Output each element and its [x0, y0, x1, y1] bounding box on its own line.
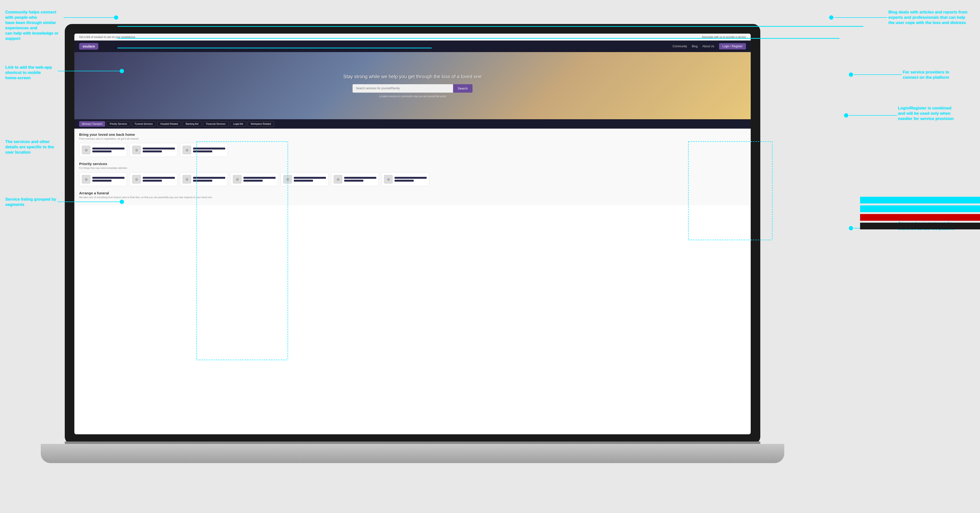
site-topbar: Get a link of soulace to use on your sma…: [74, 33, 751, 41]
annotation-community: Community helps connect with people whoh…: [5, 10, 63, 41]
service-text-line: [243, 177, 275, 179]
cat-banking[interactable]: Banking Aid: [183, 121, 202, 127]
service-text-line-short: [344, 180, 363, 182]
bar-cyan-1: [860, 197, 980, 204]
service-text-block: [92, 177, 124, 182]
hero-title: Stay strong while we help you get throug…: [343, 74, 482, 80]
laptop-mockup: Get a link of soulace to use on your sma…: [65, 24, 760, 480]
ann-line-community: [64, 17, 116, 18]
section2-subtitle: For things that may need immediate atten…: [79, 167, 746, 169]
ann-line-providers: [854, 74, 902, 75]
cat-priority[interactable]: Priority Services: [107, 121, 130, 127]
section2-title: Priority services: [79, 162, 746, 166]
logo[interactable]: soulace: [79, 43, 98, 50]
service-text-line-short: [92, 150, 111, 152]
section2-grid: ⊗ ⊗ ⊗: [79, 172, 746, 186]
cat-workplace[interactable]: Workplace Related: [248, 121, 274, 127]
nav-about[interactable]: About Us: [703, 45, 714, 48]
section3-title: Arrange a funeral: [79, 191, 746, 195]
ann-line-blog: [835, 17, 888, 18]
service-text-line: [395, 177, 427, 179]
service-text-block: [395, 177, 427, 182]
ann-dot-blog: [829, 15, 834, 20]
search-button[interactable]: Search: [453, 84, 473, 92]
service-text-line: [344, 177, 376, 179]
service-text-line-short: [143, 150, 162, 152]
service-icon: ⊗: [183, 175, 191, 183]
section3-subtitle: We take care of everything from hearse v…: [79, 196, 746, 199]
service-text-line-short: [243, 180, 262, 182]
service-card[interactable]: ⊗: [79, 143, 127, 157]
ann-dot-login: [844, 113, 848, 118]
service-text-line: [92, 177, 124, 179]
service-card[interactable]: ⊗: [180, 172, 228, 186]
service-text-line-short: [92, 180, 111, 182]
service-card[interactable]: ⊗: [331, 172, 379, 186]
service-icon: ⊗: [283, 175, 292, 183]
service-text-block: [143, 148, 175, 152]
search-input[interactable]: [353, 84, 453, 92]
service-card[interactable]: ⊗: [180, 143, 228, 157]
service-icon: ⊗: [183, 146, 191, 154]
ann-line-service: [57, 202, 123, 202]
bar-red-1: [860, 214, 980, 221]
service-text-line-short: [193, 150, 212, 152]
right-annotations: Blog deals with articles and reports fro…: [740, 0, 980, 513]
service-card[interactable]: ⊗: [281, 172, 329, 186]
ann-dot-providers: [849, 72, 853, 77]
cat-financial[interactable]: Financial Services: [203, 121, 229, 127]
service-text-block: [294, 177, 326, 182]
service-text-block: [193, 177, 225, 182]
cat-funeral[interactable]: Funeral Services: [132, 121, 156, 127]
main-content: Bring your loved one back home From mort…: [74, 129, 751, 206]
category-nav: Mortuary Transport Priority Services Fun…: [74, 119, 751, 129]
annotation-blog: Blog deals with articles and reports fro…: [888, 10, 975, 25]
section1-subtitle: From mortuary vans to repatriation, we g…: [79, 137, 746, 140]
annotation-services-specific: The services and otherdetails are specif…: [5, 139, 58, 155]
cat-mortuary[interactable]: Mortuary Transport: [79, 121, 105, 127]
service-text-block: [143, 177, 175, 182]
service-text-block: [344, 177, 376, 182]
service-text-line-short: [395, 180, 414, 182]
service-icon: ⊗: [82, 146, 91, 154]
associate-text: Associate with us to provide a service: [702, 35, 746, 38]
search-bar: Search: [353, 84, 473, 92]
service-icon: ⊗: [82, 175, 91, 183]
service-icon: ⊗: [132, 146, 141, 154]
section1-title: Bring your loved one back home: [79, 132, 746, 137]
ann-dot-link: [120, 69, 124, 73]
annotation-link-shortcut: Link to add the web-appshortcut to mobil…: [5, 65, 58, 81]
annotation-service-providers: For service providers toconnect on the p…: [903, 70, 975, 80]
annotation-service-listing: Service listing grouped bysegments: [5, 197, 58, 207]
service-card[interactable]: ⊗: [129, 143, 178, 157]
service-card[interactable]: ⊗: [230, 172, 278, 186]
service-text-line: [92, 148, 124, 150]
service-text-line-short: [193, 180, 212, 182]
ann-dot-community: [114, 15, 118, 20]
service-icon: ⊗: [334, 175, 342, 183]
cat-legal[interactable]: Legal Aid: [230, 121, 246, 127]
service-text-line-short: [294, 180, 313, 182]
nav-community[interactable]: Community: [673, 45, 687, 48]
laptop-screen: Get a link of soulace to use on your sma…: [74, 33, 751, 434]
service-text-block: [243, 177, 275, 182]
laptop-base: [41, 444, 784, 463]
site-nav: soulace Community Blog About Us Login / …: [74, 41, 751, 52]
service-card[interactable]: ⊗: [79, 172, 127, 186]
service-card[interactable]: ⊗: [381, 172, 429, 186]
hero-section: Stay strong while we help you get throug…: [74, 52, 751, 119]
service-text-line: [143, 148, 175, 150]
ann-dot-service: [120, 200, 124, 204]
service-icon: ⊗: [132, 175, 141, 183]
service-text-line-short: [143, 180, 162, 182]
service-text-line: [193, 148, 225, 150]
cat-hospital[interactable]: Hospital Related: [158, 121, 181, 127]
ann-line-login: [849, 115, 897, 116]
service-icon: ⊗: [384, 175, 393, 183]
left-annotations: Community helps connect with people whoh…: [0, 0, 67, 513]
ann-dot-search: [849, 226, 853, 230]
service-card[interactable]: ⊗: [129, 172, 178, 186]
bar-dark-1: [860, 223, 980, 229]
section1-grid: ⊗ ⊗ ⊗: [79, 143, 746, 157]
nav-blog[interactable]: Blog: [692, 45, 698, 48]
